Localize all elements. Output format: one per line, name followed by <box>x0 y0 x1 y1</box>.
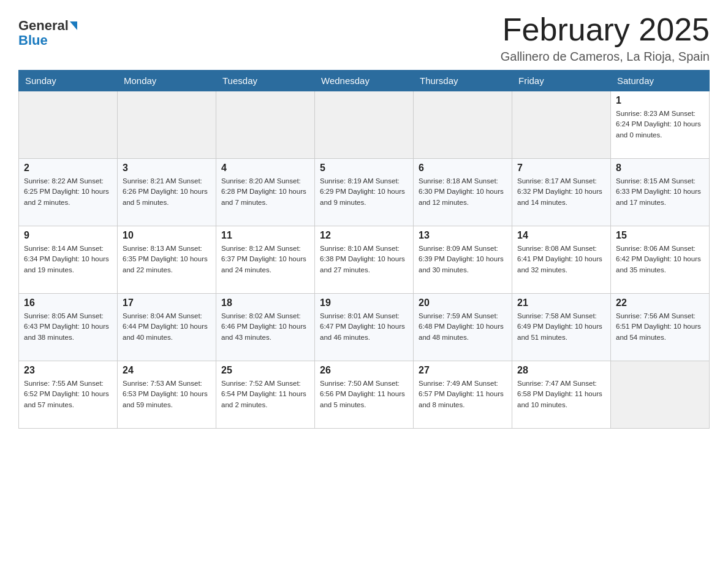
day-number: 5 <box>320 163 408 174</box>
calendar-cell: 25Sunrise: 7:52 AM Sunset: 6:54 PM Dayli… <box>216 361 315 429</box>
day-info: Sunrise: 7:52 AM Sunset: 6:54 PM Dayligh… <box>221 378 309 410</box>
calendar-cell <box>315 91 414 159</box>
calendar-cell: 15Sunrise: 8:06 AM Sunset: 6:42 PM Dayli… <box>611 226 710 294</box>
calendar-cell: 7Sunrise: 8:17 AM Sunset: 6:32 PM Daylig… <box>512 159 611 226</box>
calendar-cell: 11Sunrise: 8:12 AM Sunset: 6:37 PM Dayli… <box>216 226 315 294</box>
day-number: 15 <box>616 230 704 241</box>
calendar-cell <box>118 91 216 159</box>
day-number: 7 <box>517 163 605 174</box>
week-row-5: 23Sunrise: 7:55 AM Sunset: 6:52 PM Dayli… <box>19 361 710 429</box>
day-info: Sunrise: 8:21 AM Sunset: 6:26 PM Dayligh… <box>123 176 211 208</box>
day-number: 17 <box>123 297 211 308</box>
calendar-cell <box>19 91 118 159</box>
day-info: Sunrise: 8:19 AM Sunset: 6:29 PM Dayligh… <box>320 176 408 208</box>
day-number: 2 <box>24 163 112 174</box>
calendar-cell <box>414 91 512 159</box>
calendar-cell: 28Sunrise: 7:47 AM Sunset: 6:58 PM Dayli… <box>512 361 611 429</box>
calendar-cell: 13Sunrise: 8:09 AM Sunset: 6:39 PM Dayli… <box>414 226 512 294</box>
calendar-cell: 5Sunrise: 8:19 AM Sunset: 6:29 PM Daylig… <box>315 159 414 226</box>
week-row-1: 1Sunrise: 8:23 AM Sunset: 6:24 PM Daylig… <box>19 91 710 159</box>
calendar-cell: 2Sunrise: 8:22 AM Sunset: 6:25 PM Daylig… <box>19 159 118 226</box>
logo-text-general: General <box>18 18 69 33</box>
day-number: 23 <box>24 365 112 376</box>
calendar-cell: 18Sunrise: 8:02 AM Sunset: 6:46 PM Dayli… <box>216 294 315 361</box>
day-info: Sunrise: 8:04 AM Sunset: 6:44 PM Dayligh… <box>123 311 211 343</box>
calendar-cell: 23Sunrise: 7:55 AM Sunset: 6:52 PM Dayli… <box>19 361 118 429</box>
day-number: 9 <box>24 230 112 241</box>
header-saturday: Saturday <box>611 71 710 91</box>
day-info: Sunrise: 8:05 AM Sunset: 6:43 PM Dayligh… <box>24 311 112 343</box>
day-info: Sunrise: 8:22 AM Sunset: 6:25 PM Dayligh… <box>24 176 112 208</box>
calendar-cell: 27Sunrise: 7:49 AM Sunset: 6:57 PM Dayli… <box>414 361 512 429</box>
header-tuesday: Tuesday <box>216 71 315 91</box>
calendar-cell: 1Sunrise: 8:23 AM Sunset: 6:24 PM Daylig… <box>611 91 710 159</box>
calendar-cell: 12Sunrise: 8:10 AM Sunset: 6:38 PM Dayli… <box>315 226 414 294</box>
day-info: Sunrise: 8:06 AM Sunset: 6:42 PM Dayligh… <box>616 243 704 275</box>
header-wednesday: Wednesday <box>315 71 414 91</box>
calendar-cell <box>611 361 710 429</box>
week-row-3: 9Sunrise: 8:14 AM Sunset: 6:34 PM Daylig… <box>19 226 710 294</box>
calendar-table: Sunday Monday Tuesday Wednesday Thursday… <box>18 70 710 429</box>
day-info: Sunrise: 8:14 AM Sunset: 6:34 PM Dayligh… <box>24 243 112 275</box>
calendar-cell: 8Sunrise: 8:15 AM Sunset: 6:33 PM Daylig… <box>611 159 710 226</box>
day-number: 19 <box>320 297 408 308</box>
logo-arrow-icon <box>70 21 77 30</box>
calendar-cell: 22Sunrise: 7:56 AM Sunset: 6:51 PM Dayli… <box>611 294 710 361</box>
day-number: 26 <box>320 365 408 376</box>
day-number: 14 <box>517 230 605 241</box>
calendar-subtitle: Gallinero de Cameros, La Rioja, Spain <box>501 50 710 64</box>
day-info: Sunrise: 7:47 AM Sunset: 6:58 PM Dayligh… <box>517 378 605 410</box>
day-info: Sunrise: 8:20 AM Sunset: 6:28 PM Dayligh… <box>221 176 309 208</box>
calendar-cell <box>216 91 315 159</box>
calendar-cell: 24Sunrise: 7:53 AM Sunset: 6:53 PM Dayli… <box>118 361 216 429</box>
day-info: Sunrise: 8:02 AM Sunset: 6:46 PM Dayligh… <box>221 311 309 343</box>
calendar-cell <box>512 91 611 159</box>
day-number: 12 <box>320 230 408 241</box>
logo-text-blue: Blue <box>18 33 48 48</box>
day-info: Sunrise: 8:09 AM Sunset: 6:39 PM Dayligh… <box>419 243 507 275</box>
day-number: 20 <box>419 297 507 308</box>
calendar-cell: 9Sunrise: 8:14 AM Sunset: 6:34 PM Daylig… <box>19 226 118 294</box>
calendar-cell: 20Sunrise: 7:59 AM Sunset: 6:48 PM Dayli… <box>414 294 512 361</box>
day-info: Sunrise: 7:55 AM Sunset: 6:52 PM Dayligh… <box>24 378 112 410</box>
calendar-cell: 21Sunrise: 7:58 AM Sunset: 6:49 PM Dayli… <box>512 294 611 361</box>
calendar-cell: 17Sunrise: 8:04 AM Sunset: 6:44 PM Dayli… <box>118 294 216 361</box>
day-info: Sunrise: 7:49 AM Sunset: 6:57 PM Dayligh… <box>419 378 507 410</box>
day-number: 8 <box>616 163 704 174</box>
calendar-header-row: Sunday Monday Tuesday Wednesday Thursday… <box>19 71 710 91</box>
day-number: 16 <box>24 297 112 308</box>
day-info: Sunrise: 8:15 AM Sunset: 6:33 PM Dayligh… <box>616 176 704 208</box>
day-info: Sunrise: 8:08 AM Sunset: 6:41 PM Dayligh… <box>517 243 605 275</box>
day-number: 25 <box>221 365 309 376</box>
calendar-cell: 10Sunrise: 8:13 AM Sunset: 6:35 PM Dayli… <box>118 226 216 294</box>
day-number: 24 <box>123 365 211 376</box>
day-info: Sunrise: 8:13 AM Sunset: 6:35 PM Dayligh… <box>123 243 211 275</box>
page-header: General Blue February 2025 Gallinero de … <box>18 12 710 64</box>
header-monday: Monday <box>118 71 216 91</box>
day-number: 18 <box>221 297 309 308</box>
day-number: 4 <box>221 163 309 174</box>
calendar-cell: 4Sunrise: 8:20 AM Sunset: 6:28 PM Daylig… <box>216 159 315 226</box>
day-info: Sunrise: 7:59 AM Sunset: 6:48 PM Dayligh… <box>419 311 507 343</box>
day-info: Sunrise: 7:56 AM Sunset: 6:51 PM Dayligh… <box>616 311 704 343</box>
calendar-cell: 19Sunrise: 8:01 AM Sunset: 6:47 PM Dayli… <box>315 294 414 361</box>
week-row-4: 16Sunrise: 8:05 AM Sunset: 6:43 PM Dayli… <box>19 294 710 361</box>
calendar-cell: 6Sunrise: 8:18 AM Sunset: 6:30 PM Daylig… <box>414 159 512 226</box>
day-info: Sunrise: 8:17 AM Sunset: 6:32 PM Dayligh… <box>517 176 605 208</box>
day-info: Sunrise: 8:23 AM Sunset: 6:24 PM Dayligh… <box>616 109 704 140</box>
calendar-cell: 3Sunrise: 8:21 AM Sunset: 6:26 PM Daylig… <box>118 159 216 226</box>
day-number: 27 <box>419 365 507 376</box>
day-info: Sunrise: 8:12 AM Sunset: 6:37 PM Dayligh… <box>221 243 309 275</box>
day-number: 22 <box>616 297 704 308</box>
calendar-title: February 2025 <box>501 12 710 47</box>
day-number: 28 <box>517 365 605 376</box>
calendar-cell: 14Sunrise: 8:08 AM Sunset: 6:41 PM Dayli… <box>512 226 611 294</box>
calendar-cell: 16Sunrise: 8:05 AM Sunset: 6:43 PM Dayli… <box>19 294 118 361</box>
day-number: 10 <box>123 230 211 241</box>
day-info: Sunrise: 7:50 AM Sunset: 6:56 PM Dayligh… <box>320 378 408 410</box>
calendar-cell: 26Sunrise: 7:50 AM Sunset: 6:56 PM Dayli… <box>315 361 414 429</box>
day-number: 3 <box>123 163 211 174</box>
day-info: Sunrise: 7:53 AM Sunset: 6:53 PM Dayligh… <box>123 378 211 410</box>
day-number: 21 <box>517 297 605 308</box>
day-number: 1 <box>616 95 704 106</box>
